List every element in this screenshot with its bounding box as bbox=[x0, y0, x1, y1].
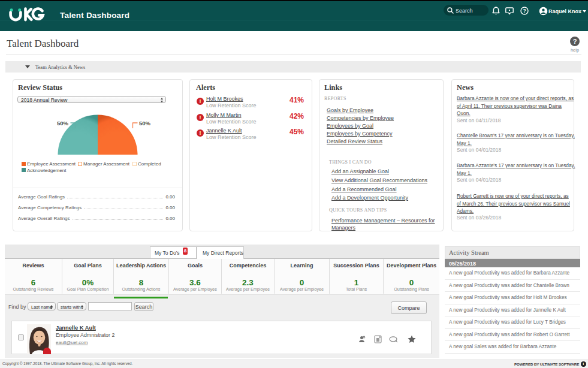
svg-text:?: ? bbox=[523, 8, 526, 14]
